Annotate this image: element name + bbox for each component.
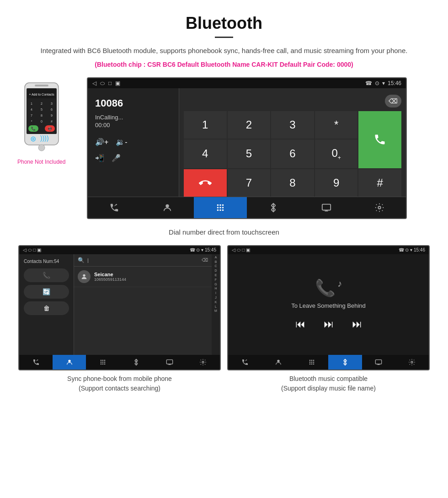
- alpha-d: D: [214, 268, 217, 273]
- music-nav-phone[interactable]: [228, 355, 261, 369]
- call-contact-button[interactable]: 📞: [24, 268, 69, 282]
- music-status-left: ◁ ⬭ □ ▣: [232, 247, 250, 253]
- alpha-k: K: [215, 300, 217, 305]
- contacts-search-bar: 🔍 | ⌫: [74, 254, 212, 267]
- contacts-screen: ◁ ⬭ □ ▣ ☎ ⊙ ▾ 15:45 Contacts Num:54 📞 🔄 …: [18, 245, 221, 370]
- delete-button[interactable]: 🗑: [24, 301, 69, 315]
- svg-point-49: [277, 359, 279, 362]
- wifi-icon: ▾: [382, 80, 385, 86]
- sync-button[interactable]: 🔄: [24, 285, 69, 299]
- next-track-button[interactable]: ⏭: [352, 318, 362, 330]
- key-5[interactable]: 5: [228, 139, 271, 168]
- music-note-icon: ♪: [337, 278, 342, 289]
- prev-track-button[interactable]: ⏮: [295, 318, 305, 330]
- contacts-nav-screen[interactable]: [153, 355, 187, 369]
- contacts-nav-bluetooth[interactable]: [119, 355, 153, 369]
- svg-point-42: [102, 361, 104, 363]
- key-2[interactable]: 2: [228, 111, 271, 139]
- transfer-icon[interactable]: 📲: [95, 154, 104, 162]
- alpha-f: F: [215, 278, 217, 282]
- search-icon: 🔍: [78, 257, 85, 263]
- volume-down-icon[interactable]: 🔉-: [116, 138, 127, 146]
- svg-text:8: 8: [41, 114, 43, 117]
- nav-phone-icon: [109, 203, 119, 213]
- key-hash[interactable]: #: [358, 169, 401, 197]
- end-call-icon: [199, 177, 212, 189]
- page-header: Bluetooth Integrated with BC6 Bluetooth …: [0, 0, 448, 77]
- trash-icon: 🗑: [43, 305, 50, 312]
- svg-point-53: [309, 361, 311, 363]
- nav-dialpad[interactable]: [194, 197, 247, 218]
- svg-point-39: [102, 359, 104, 361]
- call-button[interactable]: [358, 111, 401, 168]
- dial-caption: Dial number direct from touchscreen: [0, 228, 448, 236]
- contacts-nav-phone[interactable]: [19, 355, 53, 369]
- next-section-button[interactable]: ⏭: [324, 318, 334, 330]
- svg-text:)))): )))): [40, 134, 49, 142]
- search-cursor: |: [87, 257, 199, 263]
- contact-list-item[interactable]: Seicane 10655059113144: [74, 267, 212, 287]
- volume-up-icon[interactable]: 🔊+: [95, 138, 108, 146]
- svg-text:3: 3: [51, 102, 53, 105]
- key-1[interactable]: 1: [184, 111, 227, 139]
- key-6[interactable]: 6: [271, 139, 314, 168]
- svg-text:+ Add to Contacts: + Add to Contacts: [29, 93, 54, 96]
- svg-text:9: 9: [51, 114, 53, 117]
- status-time: 15:46: [388, 80, 401, 86]
- music-nav-settings[interactable]: [395, 355, 429, 369]
- music-nav-screen[interactable]: [362, 355, 395, 369]
- key-3[interactable]: 3: [271, 111, 314, 139]
- music-nav-bluetooth[interactable]: [328, 355, 362, 369]
- nav-contacts[interactable]: [141, 197, 194, 218]
- svg-text:2: 2: [41, 102, 43, 105]
- music-nav-contacts[interactable]: [261, 355, 295, 369]
- svg-text:6: 6: [51, 108, 53, 111]
- key-9[interactable]: 9: [315, 169, 358, 197]
- back-icon: ◁: [92, 80, 96, 86]
- nav-dialpad-icon: [215, 203, 225, 213]
- mic-icon[interactable]: 🎤: [112, 154, 121, 162]
- key-4[interactable]: 4: [184, 139, 227, 168]
- nav-bluetooth[interactable]: [247, 197, 300, 218]
- svg-point-35: [378, 206, 381, 209]
- bottom-screens-section: ◁ ⬭ □ ▣ ☎ ⊙ ▾ 15:45 Contacts Num:54 📞 🔄 …: [18, 245, 430, 393]
- svg-point-50: [309, 359, 311, 361]
- typed-number-area: ⌫: [184, 95, 401, 107]
- music-nav-dialpad[interactable]: [295, 355, 328, 369]
- contacts-time: 15:45: [205, 247, 216, 252]
- music-nav-bar: [228, 355, 429, 369]
- svg-text:⊛: ⊛: [30, 135, 36, 143]
- svg-point-60: [411, 361, 413, 363]
- nav-phone[interactable]: [88, 197, 141, 218]
- svg-point-24: [165, 204, 169, 207]
- phone-mockup-svg: + Add to Contacts 1 2 3 4 5 6 7 8 9 * 0 …: [21, 82, 62, 155]
- calling-status: InCalling...: [95, 114, 171, 121]
- contacts-nav-contacts[interactable]: [53, 355, 86, 369]
- contacts-sidebar: Contacts Num:54 📞 🔄 🗑: [19, 254, 74, 355]
- music-status-right: ☎ ⊙ ▾ 15:46: [399, 247, 425, 253]
- key-0plus[interactable]: 0+: [315, 139, 358, 168]
- nav-settings[interactable]: [353, 197, 406, 218]
- svg-point-52: [313, 359, 315, 361]
- key-star[interactable]: *: [315, 111, 358, 139]
- key-8[interactable]: 8: [271, 169, 314, 197]
- svg-point-45: [102, 363, 104, 364]
- contacts-nav-settings[interactable]: [187, 355, 220, 369]
- end-call-button[interactable]: [184, 169, 227, 197]
- contacts-status-bar: ◁ ⬭ □ ▣ ☎ ⊙ ▾ 15:45: [19, 246, 220, 254]
- backspace-contacts-icon[interactable]: ⌫: [202, 257, 208, 262]
- contacts-nav-dialpad[interactable]: [86, 355, 119, 369]
- phone-image-wrapper: + Add to Contacts 1 2 3 4 5 6 7 8 9 * 0 …: [17, 82, 65, 165]
- contacts-caption-text: Sync phone-book from mobile phone (Suppo…: [67, 375, 172, 392]
- main-screen: ◁ ⬭ □ ▣ ☎ ⊙ ▾ 15:46 10086 InCalling... 0…: [87, 77, 407, 219]
- svg-point-27: [222, 204, 224, 206]
- music-icon-area: 📞 ♪: [315, 278, 342, 298]
- svg-point-43: [104, 361, 106, 363]
- backspace-button[interactable]: ⌫: [385, 95, 401, 107]
- sync-icon: 🔄: [43, 288, 50, 295]
- nav-screen[interactable]: [300, 197, 353, 218]
- key-7[interactable]: 7: [228, 169, 271, 197]
- nav-settings-icon: [374, 203, 384, 213]
- svg-point-38: [101, 359, 102, 361]
- svg-point-33: [222, 209, 224, 211]
